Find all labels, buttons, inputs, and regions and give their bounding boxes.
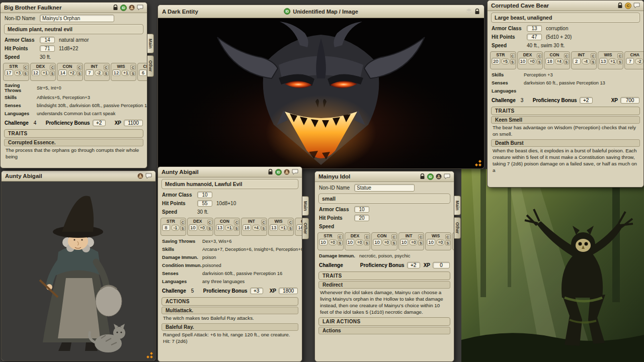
- stat-value[interactable]: Str+5, Int+0: [37, 85, 61, 90]
- armor-class-value[interactable]: 10: [197, 192, 212, 198]
- ability-modifier[interactable]: +0: [355, 239, 364, 245]
- ability-save-button[interactable]: S: [391, 240, 396, 245]
- ability-modifier[interactable]: +0: [329, 239, 337, 245]
- ability-save-button[interactable]: S: [591, 59, 596, 64]
- stat-value[interactable]: darkvision 60ft., passive Perception 16: [202, 271, 282, 276]
- ability-save-button[interactable]: S: [261, 226, 266, 231]
- ability-check-button[interactable]: C: [564, 53, 569, 58]
- ability-save-button[interactable]: S: [564, 59, 569, 64]
- stat-value[interactable]: necrotic, poison, psychic: [359, 253, 410, 258]
- ability-save-button[interactable]: S: [234, 226, 239, 231]
- armor-class-value[interactable]: 10: [354, 206, 369, 213]
- ability-check-button[interactable]: C: [23, 65, 28, 70]
- ability-check-button[interactable]: C: [234, 220, 239, 225]
- ability-modifier[interactable]: +4: [555, 58, 564, 64]
- tab-other[interactable]: Other: [454, 217, 461, 239]
- ability-check-button[interactable]: C: [180, 220, 185, 225]
- ability-save-button[interactable]: S: [50, 71, 55, 76]
- chat-icon[interactable]: [633, 3, 640, 9]
- tab-main[interactable]: Main: [454, 196, 461, 215]
- ability-save-button[interactable]: S: [537, 59, 542, 64]
- token-badge[interactable]: C: [625, 3, 631, 9]
- stat-value[interactable]: Perception +3: [524, 72, 553, 77]
- ability-modifier[interactable]: -2: [95, 70, 103, 76]
- hit-points-value[interactable]: 20: [354, 215, 369, 221]
- armor-class-note[interactable]: corruption: [546, 26, 568, 31]
- proficiency-value[interactable]: +2: [93, 120, 106, 126]
- xp-value[interactable]: 1100: [124, 120, 143, 126]
- tab-other[interactable]: Other: [302, 218, 309, 239]
- ability-save-button[interactable]: S: [23, 71, 28, 76]
- xp-value[interactable]: 700: [620, 97, 639, 104]
- ability-score[interactable]: 18: [243, 224, 251, 231]
- ability-score[interactable]: 13: [599, 58, 608, 64]
- stat-value[interactable]: Dex+3, Wis+6: [202, 239, 231, 244]
- ability-modifier[interactable]: +0: [409, 239, 418, 245]
- speed-value[interactable]: 30 ft.: [40, 54, 51, 60]
- armor-class-value[interactable]: 13: [527, 25, 542, 32]
- ability-modifier[interactable]: +0: [382, 239, 391, 245]
- ability-score[interactable]: 18: [545, 58, 554, 64]
- ability-score[interactable]: 10: [400, 239, 409, 245]
- lock-icon[interactable]: [474, 9, 480, 15]
- ability-save-button[interactable]: S: [445, 240, 450, 245]
- ability-save-button[interactable]: S: [77, 71, 82, 76]
- hit-points-note[interactable]: 11d8+22: [59, 46, 78, 51]
- ability-save-button[interactable]: S: [180, 226, 185, 231]
- lock-icon[interactable]: [113, 5, 118, 11]
- hit-points-value[interactable]: 55: [197, 200, 212, 207]
- ability-check-button[interactable]: C: [77, 65, 82, 70]
- ability-check-button[interactable]: C: [338, 234, 343, 239]
- portrait-icon[interactable]: [129, 5, 135, 11]
- ability-check-button[interactable]: C: [50, 65, 55, 70]
- ability-modifier[interactable]: +1: [279, 225, 287, 231]
- abigail-portrait-titlebar[interactable]: Aunty Abigail: [2, 171, 155, 182]
- creature-type-line[interactable]: Large beast, unaligned: [491, 13, 640, 23]
- stat-value[interactable]: blindsight 30ft., darkvision 60ft., pass…: [37, 103, 147, 108]
- ability-check-button[interactable]: C: [537, 53, 542, 58]
- resize-grip[interactable]: [146, 351, 154, 359]
- ability-modifier[interactable]: -4: [582, 58, 590, 64]
- creature-type-line[interactable]: Medium humanoid, Lawful Evil: [162, 179, 298, 189]
- ability-check-button[interactable]: C: [207, 220, 212, 225]
- idol-titlebar[interactable]: Mainyu Idol ID: [315, 171, 454, 182]
- ability-check-button[interactable]: C: [617, 53, 622, 58]
- ability-score[interactable]: 13: [270, 224, 278, 231]
- ability-check-button[interactable]: C: [364, 234, 369, 239]
- ability-check-button[interactable]: C: [418, 234, 423, 239]
- ability-save-button[interactable]: S: [617, 59, 622, 64]
- ability-score[interactable]: 20: [492, 58, 500, 64]
- stat-value[interactable]: poison: [202, 255, 216, 260]
- challenge-value[interactable]: 5: [191, 288, 203, 294]
- dark-entity-titlebar[interactable]: A Dark Entity ID Unidentified Map / Imag…: [158, 5, 484, 18]
- ability-score[interactable]: 13: [216, 224, 224, 231]
- resize-grip[interactable]: [474, 159, 482, 167]
- ability-score[interactable]: 7: [86, 69, 94, 76]
- ability-check-button[interactable]: C: [288, 220, 293, 225]
- chat-icon[interactable]: [137, 5, 143, 11]
- ability-modifier[interactable]: +0: [436, 239, 445, 245]
- hit-points-value[interactable]: 47: [527, 34, 542, 40]
- ability-check-button[interactable]: C: [445, 234, 450, 239]
- ability-score[interactable]: 10: [319, 239, 328, 245]
- ability-score[interactable]: 2: [573, 58, 581, 64]
- challenge-value[interactable]: 4: [34, 120, 46, 126]
- ability-save-button[interactable]: S: [288, 226, 293, 231]
- non-id-name-input[interactable]: [354, 184, 415, 192]
- faulkner-titlebar[interactable]: Big Brother Faulkner ID: [1, 3, 147, 13]
- stat-value[interactable]: poisoned: [202, 263, 221, 268]
- chat-icon[interactable]: [444, 173, 450, 179]
- ability-modifier[interactable]: +2: [68, 70, 76, 76]
- ability-score[interactable]: 10: [189, 224, 197, 231]
- ability-modifier[interactable]: +1: [41, 70, 49, 76]
- ability-score[interactable]: 10: [373, 239, 381, 245]
- proficiency-value[interactable]: +2: [407, 262, 420, 268]
- xp-value[interactable]: 0: [433, 262, 450, 268]
- ability-score[interactable]: 10: [519, 58, 527, 64]
- abigail-titlebar[interactable]: Aunty Abigail ID: [158, 167, 302, 177]
- ability-modifier[interactable]: +0: [198, 225, 207, 231]
- ability-save-button[interactable]: S: [364, 240, 369, 245]
- ability-save-button[interactable]: S: [510, 59, 515, 64]
- stat-value[interactable]: Arcana+7, Deception+6, Insight+6, Percep…: [202, 247, 302, 252]
- portrait-icon[interactable]: [137, 173, 143, 179]
